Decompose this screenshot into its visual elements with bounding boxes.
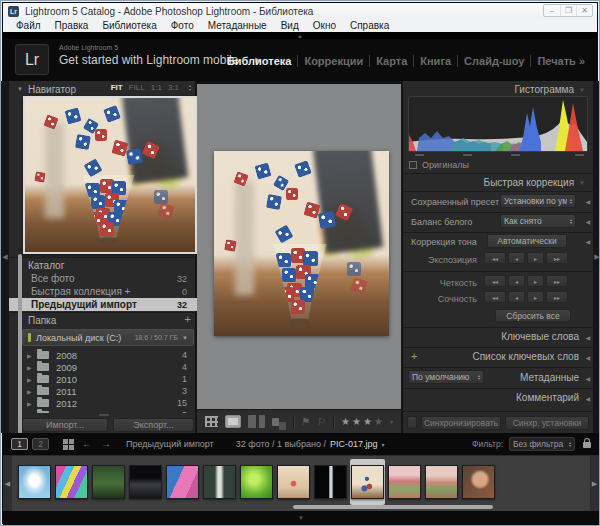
keywording-header[interactable]: Ключевые слова [403,331,593,342]
survey-view-icon[interactable] [272,418,280,426]
menu-item-view[interactable]: Вид [274,20,306,31]
toolbar-options-icon[interactable]: ▾ [390,419,393,425]
vibrance-big-plus-button[interactable]: ▸▸ [546,291,568,303]
disclosure-icon[interactable]: ▶ [27,400,37,407]
disclosure-icon[interactable]: ▶ [27,352,37,359]
right-panel-collapse-rail[interactable]: ▶ [593,81,600,433]
clarity-minus-button[interactable]: ◂ [508,275,525,287]
filmstrip-thumbnail-11[interactable] [387,459,422,505]
star-icon[interactable]: ★ [341,416,352,427]
catalog-header[interactable]: ▼ Каталог [17,259,193,271]
disclosure-icon[interactable]: ▶ [27,376,37,383]
zoom-mode-3-1[interactable]: 3:1 [168,83,179,92]
filter-lock-icon[interactable] [583,442,591,448]
collapse-left-icon[interactable]: ◀ [585,395,590,402]
collapse-left-icon[interactable]: ◀ [585,238,590,245]
maximize-button[interactable]: ❐ [560,5,576,16]
exposure-minus-button[interactable]: ◂ [508,252,525,264]
saved-preset-select[interactable]: Установки по ум... ▴▾ [500,194,576,208]
folder-row-2013[interactable]: ▶ 2013 5 [9,409,197,413]
collapse-left-icon[interactable]: ◀ [585,334,590,341]
reject-flag-icon[interactable]: ⚐ [317,417,326,427]
collapse-left-icon[interactable]: ◀ [585,354,590,361]
star-half-icon[interactable]: ★ [374,416,383,427]
close-button[interactable]: ✕ [576,5,592,16]
sync-switch-button[interactable] [407,416,417,429]
left-panel-scrollbar[interactable] [18,254,22,434]
compare-view-icon[interactable] [248,415,264,428]
histogram-header[interactable]: Гистограмма ▼ [403,84,593,95]
zoom-swap-icon[interactable]: ▴▾ [189,84,191,91]
originals-checkbox-row[interactable]: Оригиналы [409,160,469,170]
exposure-big-minus-button[interactable]: ◂◂ [484,252,506,264]
folder-row-2011[interactable]: ▶ 2011 3 [9,385,197,397]
bottom-panel-collapse-strip[interactable]: ▼ [3,511,599,525]
filmstrip-thumbnail-1[interactable] [17,459,52,505]
vibrance-plus-button[interactable]: ▸ [527,291,544,303]
sync-settings-button[interactable]: Синхр. установки [505,416,589,430]
left-panel-collapse-rail[interactable]: ◀ [1,81,9,433]
rating-stars[interactable]: ★★★★ [341,417,383,427]
comments-header[interactable]: Комментарий [403,392,593,403]
clarity-big-minus-button[interactable]: ◂◂ [484,275,506,287]
filter-select[interactable]: Без фильтра ▴▾ [509,437,575,451]
disclosure-icon[interactable]: ▶ [27,388,37,395]
filmstrip-scroll-left[interactable]: ◀ [3,456,12,512]
tab-library[interactable]: Библиотека [221,55,298,67]
exposure-plus-button[interactable]: ▸ [527,252,544,264]
vibrance-minus-button[interactable]: ◂ [508,291,525,303]
filmstrip-scrollbar[interactable] [293,505,493,509]
promo-link[interactable]: Get started with Lightroom mobile [59,53,238,67]
menu-item-help[interactable]: Справка [343,20,396,31]
menu-item-edit[interactable]: Правка [48,20,96,31]
star-icon[interactable]: ★ [352,416,363,427]
loupe-view-icon[interactable] [225,415,242,428]
metadata-header[interactable]: Метаданные [403,372,593,383]
menu-item-file[interactable]: Файл [9,20,48,31]
main-photo[interactable] [214,151,389,336]
grid-view-icon[interactable] [205,416,218,427]
clarity-plus-button[interactable]: ▸ [527,275,544,287]
filmstrip-thumbnail-12[interactable] [424,459,459,505]
folders-header[interactable]: ▼ Папка + [17,314,193,326]
keyword-list-header[interactable]: Список ключевых слов [403,351,593,362]
auto-tone-button[interactable]: Автоматически [487,234,567,248]
back-arrow-icon[interactable]: ← [82,439,92,449]
tab-book[interactable]: Книга [414,55,457,67]
filmstrip-thumbnail-10[interactable] [350,459,385,505]
volume-browser[interactable]: Локальный диск (C:) 18.6 / 50.7 ГБ ▼ [22,329,194,346]
forward-arrow-icon[interactable]: → [101,439,111,449]
tab-slideshow[interactable]: Слайд-шоу [458,55,530,67]
filmstrip-thumbnail-13[interactable] [461,459,496,505]
reset-all-button[interactable]: Сбросить все [495,309,571,322]
filmstrip-thumbnail-7[interactable] [239,459,274,505]
menu-item-window[interactable]: Окно [306,20,343,31]
tab-map[interactable]: Карта [370,55,413,67]
filmstrip-thumbnail-8[interactable] [276,459,311,505]
folder-row-2012[interactable]: ▶ 2012 15 [9,397,197,409]
filmstrip-scroll-right[interactable]: ▶ [590,456,599,512]
export-button[interactable]: Экспорт... [113,418,194,432]
exposure-big-plus-button[interactable]: ▸▸ [546,252,568,264]
catalog-row-all-photos[interactable]: Все фото 32 [9,272,197,285]
folder-row-2010[interactable]: ▶ 2010 1 [9,373,197,385]
tab-develop[interactable]: Коррекции [298,55,369,67]
star-icon[interactable]: ★ [363,416,374,427]
catalog-row-quick-collection[interactable]: Быстрая коллекция + 0 [9,285,197,298]
collapse-left-icon[interactable]: ◀ [585,375,590,382]
white-balance-select[interactable]: Как снято ▴▾ [500,214,576,228]
filmstrip-source[interactable]: Предыдущий импорт [126,439,214,449]
add-folder-icon[interactable]: + [185,313,191,325]
histogram[interactable] [408,96,588,152]
sync-button[interactable]: Синхронизировать [421,416,501,430]
pick-flag-icon[interactable]: ⚑ [301,417,310,427]
collapse-left-icon[interactable]: ◀ [585,218,590,225]
folder-row-2008[interactable]: ▶ 2008 4 [9,349,197,361]
folder-row-2009[interactable]: ▶ 2009 4 [9,361,197,373]
top-panel-collapse-strip[interactable]: ▲ [3,32,597,39]
disclosure-icon[interactable]: ▶ [27,364,37,371]
main-window-button[interactable]: 1 [11,438,28,450]
panel-resize-handle[interactable] [99,414,109,416]
clarity-big-plus-button[interactable]: ▸▸ [546,275,568,287]
zoom-mode-1-1[interactable]: 1:1 [151,83,162,92]
